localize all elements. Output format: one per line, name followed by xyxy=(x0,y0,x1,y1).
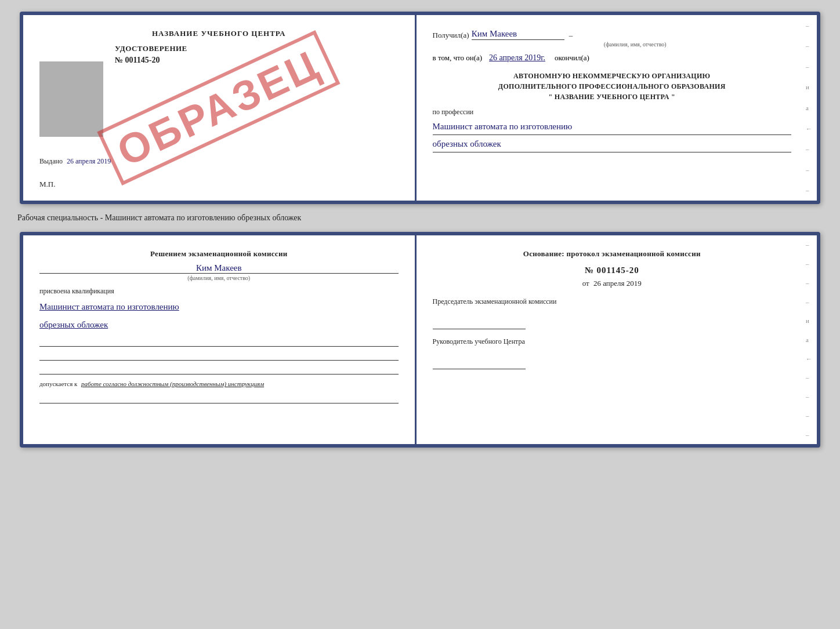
fio-sublabel-top: (фамилия, имя, отчество) xyxy=(479,41,792,48)
bottom-doc-left: Решением экзаменационной комиссии Ким Ма… xyxy=(23,235,417,444)
org-line3: " НАЗВАНИЕ УЧЕБНОГО ЦЕНТРА " xyxy=(433,92,792,102)
udostoverenie-number: № 001145-20 xyxy=(115,56,399,65)
right-margin-marks-bottom: – – – – и а ← – – – – xyxy=(806,235,812,444)
vydano-label: Выдано xyxy=(39,157,63,165)
qual-line2: обрезных обложек xyxy=(39,317,399,333)
profession-line1: Машинист автомата по изготовлению xyxy=(433,119,792,135)
vydano-date: 26 апреля 2019 xyxy=(67,157,111,165)
top-document-pair: НАЗВАНИЕ УЧЕБНОГО ЦЕНТРА УДОСТОВЕРЕНИЕ №… xyxy=(20,12,820,204)
blank-line-1 xyxy=(39,335,399,347)
vydano-block: Выдано 26 апреля 2019 xyxy=(39,157,111,166)
top-doc-right: Получил(а) Ким Макеев – (фамилия, имя, о… xyxy=(417,15,817,201)
bottom-doc-right: Основание: протокол экзаменационной коми… xyxy=(417,235,817,444)
udostoverenie-block: УДОСТОВЕРЕНИЕ № 001145-20 xyxy=(115,44,399,65)
bottom-document-pair: Решением экзаменационной комиссии Ким Ма… xyxy=(20,232,820,448)
okonchil-label: окончил(а) xyxy=(555,53,589,63)
udostoverenie-label: УДОСТОВЕРЕНИЕ xyxy=(115,44,399,53)
separator-text: Рабочая специальность - Машинист автомат… xyxy=(12,213,301,223)
po-professii: по профессии xyxy=(433,108,792,117)
poluchil-name: Ким Макеев xyxy=(472,29,564,40)
mp-block: М.П. xyxy=(39,180,55,189)
poluchil-row: Получил(а) Ким Макеев – xyxy=(433,29,792,40)
right-margin-marks-top: – – – и а ← – – – xyxy=(806,15,812,201)
photo-area xyxy=(39,61,103,137)
predsedatel-label: Председатель экзаменационной комиссии xyxy=(433,297,792,306)
rukovoditel-block: Руководитель учебного Центра xyxy=(433,337,792,369)
ot-label: от xyxy=(582,279,589,288)
ot-date-value: 26 апреля 2019 xyxy=(593,279,642,288)
vtom-date: 26 апреля 2019г. xyxy=(489,53,545,63)
profession-line2: обрезных обложек xyxy=(433,136,792,152)
osnovanie-label: Основание: протокол экзаменационной коми… xyxy=(433,249,792,259)
vtom-row: в том, что он(а) 26 апреля 2019г. окончи… xyxy=(433,53,792,63)
org-line2: ДОПОЛНИТЕЛЬНОГО ПРОФЕССИОНАЛЬНОГО ОБРАЗО… xyxy=(433,81,792,92)
org-line1: АВТОНОМНУЮ НЕКОММЕРЧЕСКУЮ ОРГАНИЗАЦИЮ xyxy=(433,71,792,81)
ot-date: от 26 апреля 2019 xyxy=(433,279,792,288)
prisvoena-label: присвоена квалификация xyxy=(39,287,399,296)
qual-line1: Машинист автомата по изготовлению xyxy=(39,299,399,315)
org-name-block: АВТОНОМНУЮ НЕКОММЕРЧЕСКУЮ ОРГАНИЗАЦИЮ ДО… xyxy=(433,71,792,102)
fio-sublabel-bottom: (фамилия, имя, отчество) xyxy=(39,275,399,281)
predsedatel-signature-line xyxy=(433,318,526,329)
protocol-number: № 001145-20 xyxy=(433,266,792,275)
resheniem-title: Решением экзаменационной комиссии xyxy=(39,249,399,259)
top-left-title: НАЗВАНИЕ УЧЕБНОГО ЦЕНТРА xyxy=(39,29,399,38)
blank-line-4 xyxy=(39,392,399,403)
vtom-label: в том, что он(а) xyxy=(433,53,483,63)
blank-line-2 xyxy=(39,349,399,361)
rukovoditel-signature-line xyxy=(433,358,526,369)
predsedatel-block: Председатель экзаменационной комиссии xyxy=(433,297,792,329)
dopuskaetsya-block: допускается к работе согласно должностны… xyxy=(39,380,399,387)
top-doc-left: НАЗВАНИЕ УЧЕБНОГО ЦЕНТРА УДОСТОВЕРЕНИЕ №… xyxy=(23,15,417,201)
rukovoditel-label: Руководитель учебного Центра xyxy=(433,337,792,346)
dopuskaetsya-prefix: допускается к xyxy=(39,380,77,387)
poluchil-label: Получил(а) xyxy=(433,31,469,40)
blank-line-3 xyxy=(39,363,399,375)
dash1: – xyxy=(569,31,573,40)
dopuskaetsya-text: работе согласно должностным (производств… xyxy=(81,380,264,387)
person-name-bottom: Ким Макеев xyxy=(39,263,399,274)
